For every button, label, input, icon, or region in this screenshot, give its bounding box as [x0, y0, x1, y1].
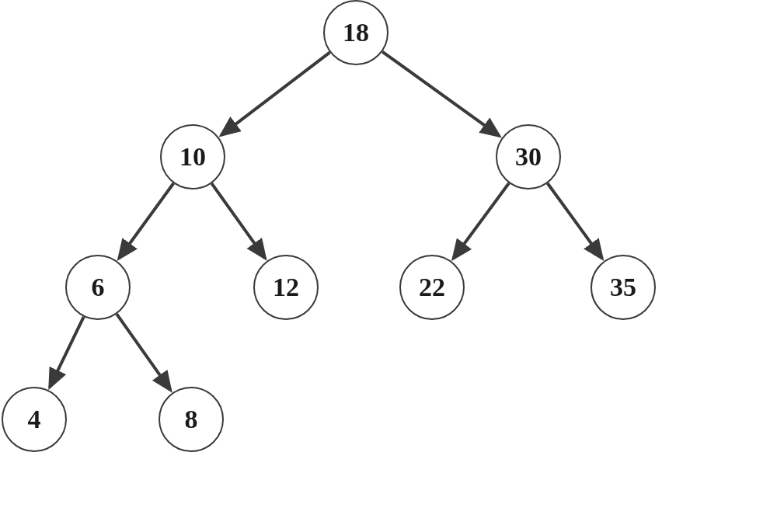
- tree-edge: [119, 183, 173, 259]
- tree-node: 35: [591, 255, 656, 320]
- tree-edge: [117, 314, 170, 390]
- tree-node: 6: [65, 255, 131, 320]
- tree-node-value: 10: [179, 142, 206, 172]
- tree-node: 22: [399, 255, 465, 320]
- tree-edge: [453, 183, 509, 259]
- tree-node: 18: [323, 0, 388, 65]
- tree-node-value: 35: [610, 273, 636, 302]
- tree-node: 12: [253, 255, 319, 320]
- tree-edge: [50, 317, 84, 388]
- tree-node: 10: [160, 124, 225, 190]
- tree-node-value: 18: [343, 18, 369, 47]
- tree-edge: [382, 52, 500, 137]
- tree-node: 30: [496, 124, 561, 190]
- tree-node-value: 8: [185, 405, 198, 434]
- tree-edge: [548, 183, 602, 259]
- tree-edge: [211, 183, 265, 258]
- tree-edge: [221, 52, 330, 135]
- tree-node-value: 12: [273, 273, 299, 302]
- tree-node: 8: [159, 387, 224, 452]
- tree-node-value: 6: [92, 273, 105, 302]
- tree-node-value: 30: [515, 142, 542, 172]
- tree-node-value: 4: [28, 405, 41, 434]
- tree-node: 4: [2, 387, 67, 452]
- tree-node-value: 22: [419, 273, 445, 302]
